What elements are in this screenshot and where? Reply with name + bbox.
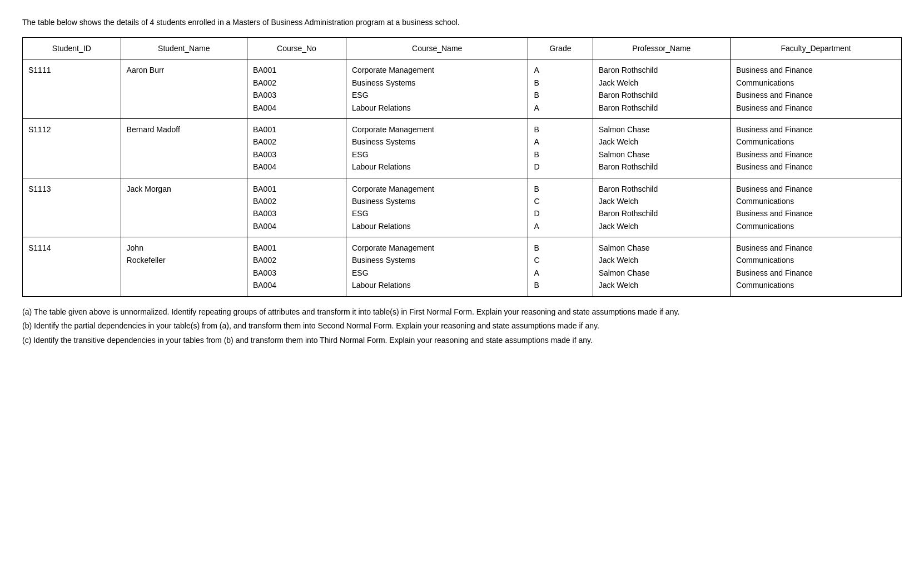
cell-course-name: Corporate ManagementBusiness SystemsESGL… xyxy=(346,118,528,178)
table-row: S1112Bernard MadoffBA001BA002BA003BA004C… xyxy=(23,118,902,178)
col-header-faculty-dept: Faculty_Department xyxy=(731,38,902,59)
cell-professor-name: Salmon ChaseJack WelchSalmon ChaseBaron … xyxy=(593,118,730,178)
col-header-student-id: Student_ID xyxy=(23,38,121,59)
cell-faculty-dept: Business and FinanceCommunicationsBusine… xyxy=(731,59,902,119)
cell-course-name: Corporate ManagementBusiness SystemsESGL… xyxy=(346,59,528,119)
cell-student-id: S1113 xyxy=(23,178,121,237)
cell-grade: BABD xyxy=(528,118,593,178)
cell-grade: ABBA xyxy=(528,59,593,119)
cell-professor-name: Baron RothschildJack WelchBaron Rothschi… xyxy=(593,178,730,237)
table-row: S1111Aaron BurrBA001BA002BA003BA004Corpo… xyxy=(23,59,902,119)
footer-line-1: (b) Identify the partial dependencies in… xyxy=(22,320,902,333)
cell-grade: BCDA xyxy=(528,178,593,237)
cell-faculty-dept: Business and FinanceCommunicationsBusine… xyxy=(731,178,902,237)
table-row: S1113Jack MorganBA001BA002BA003BA004Corp… xyxy=(23,178,902,237)
col-header-course-name: Course_Name xyxy=(346,38,528,59)
table-header-row: Student_ID Student_Name Course_No Course… xyxy=(23,38,902,59)
col-header-grade: Grade xyxy=(528,38,593,59)
cell-student-id: S1112 xyxy=(23,118,121,178)
cell-course-no: BA001BA002BA003BA004 xyxy=(247,237,346,297)
col-header-student-name: Student_Name xyxy=(121,38,247,59)
cell-course-name: Corporate ManagementBusiness SystemsESGL… xyxy=(346,178,528,237)
cell-faculty-dept: Business and FinanceCommunicationsBusine… xyxy=(731,237,902,297)
cell-student-name: Aaron Burr xyxy=(121,59,247,119)
cell-professor-name: Salmon ChaseJack WelchSalmon ChaseJack W… xyxy=(593,237,730,297)
cell-student-id: S1111 xyxy=(23,59,121,119)
cell-professor-name: Baron RothschildJack WelchBaron Rothschi… xyxy=(593,59,730,119)
cell-student-name: Jack Morgan xyxy=(121,178,247,237)
cell-course-no: BA001BA002BA003BA004 xyxy=(247,118,346,178)
students-table: Student_ID Student_Name Course_No Course… xyxy=(22,37,902,297)
cell-student-name: JohnRockefeller xyxy=(121,237,247,297)
col-header-professor-name: Professor_Name xyxy=(593,38,730,59)
cell-student-id: S1114 xyxy=(23,237,121,297)
footer-line-0: (a) The table given above is unnormalize… xyxy=(22,306,902,319)
intro-text: The table below shows the details of 4 s… xyxy=(22,17,902,28)
footer-text: (a) The table given above is unnormalize… xyxy=(22,306,902,347)
cell-grade: BCAB xyxy=(528,237,593,297)
cell-course-name: Corporate ManagementBusiness SystemsESGL… xyxy=(346,237,528,297)
cell-faculty-dept: Business and FinanceCommunicationsBusine… xyxy=(731,118,902,178)
footer-line-2: (c) Identify the transitive dependencies… xyxy=(22,334,902,347)
cell-student-name: Bernard Madoff xyxy=(121,118,247,178)
cell-course-no: BA001BA002BA003BA004 xyxy=(247,178,346,237)
col-header-course-no: Course_No xyxy=(247,38,346,59)
table-row: S1114JohnRockefellerBA001BA002BA003BA004… xyxy=(23,237,902,297)
cell-course-no: BA001BA002BA003BA004 xyxy=(247,59,346,119)
